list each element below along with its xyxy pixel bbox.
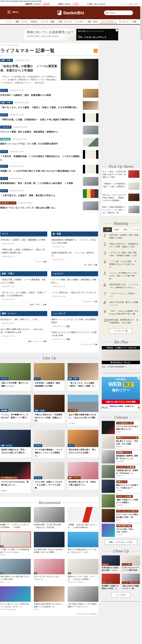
block-header[interactable]: ヘルスケア bbox=[51, 271, 98, 276]
column-title[interactable]: 銀座線誕生の裏事情…新橋駅「幻のホーム」が… bbox=[116, 454, 139, 460]
nav-item-column[interactable]: 連載・コラム bbox=[14, 20, 29, 23]
card-title[interactable]: 台風１５号大停電 電力マンの過酷ミッション bbox=[0, 380, 31, 391]
recommend-card-highlighted[interactable]: PR「PL脳」から脱却、中小企業経営者ほどファイナンスのセ…BizHint bbox=[0, 532, 31, 556]
recommend-title[interactable]: 対韓輸出規制 ＳＫ新工場も直撃 「生産止まる」不安を隠… bbox=[34, 522, 65, 529]
ad-info-icon[interactable]: i bbox=[137, 377, 140, 380]
article-title[interactable]: 首都圏ＪＲ、１２日の午前９時から午後１時ごろにかけて順次運転取りやめ bbox=[0, 169, 81, 173]
block-item-title[interactable]: 高山竹あかり 奈良・生駒で１２、１３日 bbox=[1, 318, 47, 321]
article-thumbnail[interactable] bbox=[83, 101, 98, 110]
card-title[interactable]: あおり運転の被害を減らすために…「あおられた側」の“体験… bbox=[68, 412, 98, 422]
recommend-card[interactable]: 昨年７月に実施法成立のＩＲ…それは「単なるカジノ」なの… bbox=[68, 532, 98, 556]
ranking-tab-social[interactable]: ソーシャル bbox=[130, 227, 138, 232]
breadcrumb-home[interactable]: トップ bbox=[0, 44, 6, 46]
card-badge[interactable]: 仕事・キャリア bbox=[0, 444, 13, 447]
recommend-title[interactable]: 理想のキャリアは「休日」でつくる。「土日の6コマ時間割」… bbox=[68, 574, 98, 581]
lineup-card[interactable]: ライフ毎日の食卓に果実の彩り 香りがもたらす小さな効用… bbox=[68, 430, 98, 458]
category-badge[interactable]: ライフ bbox=[0, 177, 8, 180]
card-title[interactable]: クルマにも片づけ方がある 家族が喜ぶモノだ… bbox=[0, 479, 31, 490]
block-item-title[interactable]: 日本古来の「山陰柴犬」復活 絶滅危機からの奇跡 bbox=[1, 238, 47, 241]
block-item-title[interactable]: アスベスト被害、国が上告断念 遅延損害金「診断時から」 bbox=[51, 278, 98, 284]
ranking-title[interactable]: ノーベル賞、うらやむ韓国 「不買運動するならスマホ捨てるべき… bbox=[109, 260, 138, 268]
ranking-item[interactable]: 5ベトナム、米中摩擦のチャンス生かせず 製造インフラ難で代替能… bbox=[103, 270, 139, 282]
lineup-card[interactable]: 教育・子育て「食べなくちゃ」からも解放 ２歳児に「給食とり放題」さ… bbox=[68, 363, 98, 391]
card-title[interactable]: 毎日の食卓に果実の彩り 香りがもたらす小さな効用… bbox=[68, 447, 98, 457]
scrollbar-up-arrow[interactable]: ▲ bbox=[140, 6, 142, 8]
ranking-title[interactable]: リチウムイオン電池 中国・韓国も参入、高性能化へ開発にしのぎ… bbox=[109, 251, 138, 257]
recommend-title[interactable]: 首都圏ＪＲ、１２日から１３日にかけ計画運休へ ４８時間… bbox=[0, 522, 31, 529]
closeup-card[interactable]: 経済インサイド楽天携帯、公約破りも強気の三木谷氏 い… bbox=[102, 574, 120, 590]
top-ad-banner[interactable]: 医師に向いている資産運用とは？ 資産運用や節税など有益な情報を毎日配信 医師に特… bbox=[24, 29, 118, 40]
block-item-title[interactable]: 手染めによるマーブル模様のイタリアンカーフが魅力を放つ財布 bbox=[51, 331, 98, 337]
ranking-item[interactable]: 7「エネファームミニ」の発売について bbox=[103, 290, 139, 299]
pickup-item[interactable]: ポイント還元、１日平均の還元額は８億９０００万円 決済額２０２億円 bbox=[102, 168, 140, 180]
article-title[interactable]: 東海道新幹線の「東京－名古屋」間、１２日始発から終日運休 ＪＲ東海 bbox=[0, 182, 81, 185]
card-title[interactable]: 秋の夜長に楽しむ一本 目利きが選ぶ逸品ボトル… bbox=[68, 479, 98, 490]
ranking-item[interactable]: 3リチウムイオン電池 中国・韓国も参入、高性能化へ開発にしのぎ… bbox=[103, 250, 139, 258]
category-badge[interactable]: ヘルスケア bbox=[0, 126, 12, 129]
card-title[interactable]: ベトナム、米中摩擦のチャンス生かせず 製造インフラ難で… bbox=[0, 412, 31, 422]
lineup-card[interactable]: サービス台風１５号大停電 電力マンの過酷ミッション bbox=[0, 363, 31, 391]
rss-icon[interactable] bbox=[94, 49, 98, 53]
nav-item-top[interactable]: トップ bbox=[4, 20, 13, 23]
block-item-title[interactable]: 「食べなくちゃ」からも解放 ２歳児に「給食とり放題」させる保育園の狙い bbox=[1, 291, 47, 297]
ranking-title[interactable]: 森裕子議員、質問通告遅れる？ 省庁深夜残業か 本人は否定 bbox=[109, 318, 138, 324]
column-item[interactable]: デキる男は住まいからクルマにも片づけ方がある 家族が喜ぶモノだ…香村薫 bbox=[102, 421, 140, 434]
closeup-title[interactable]: ご縁とは本当に不思議 ファストリ・柳… bbox=[122, 584, 140, 590]
block-item-title[interactable]: （１９）体幹を使い、代謝上げるプランクのポーズ bbox=[51, 291, 98, 294]
column-badge[interactable]: ビジネストラブル撃退道 bbox=[116, 466, 135, 468]
card-title[interactable]: データ分析の最前線へ ウェブ解析カンファレンスの現場から… bbox=[34, 447, 65, 458]
column-item[interactable]: 最強のコミュニケーション術誰も教えてくれない「自分の話」のさじ加減 …藤田尚弓 bbox=[102, 436, 140, 449]
block-item-title[interactable]: 金融庁の課徴金取り消し ファンドは「株取引せず」 bbox=[51, 251, 98, 257]
lineup-card[interactable]: 仕事・キャリア初対面で信頼される「所作」 できる人の話し方と聞き方… bbox=[0, 430, 31, 458]
column-item[interactable]: ＣＡのここだけの話♪“裏技”で空港ラウンジ利用 カードや搭乗ラ…笹川沙楓 bbox=[102, 494, 140, 508]
column-title[interactable]: クルマにも片づけ方がある 家族が喜ぶモノだ… bbox=[116, 425, 139, 430]
column-item[interactable]: ビジネストラブル撃退道台風直後の駅に列 災害時は「出社せねば」と…中川淳一郎 bbox=[102, 465, 140, 478]
block-item-title[interactable]: 「自由な学風」の影響か ノーベル賞受賞者、京都大から２年連続 bbox=[1, 278, 47, 284]
ranking-title[interactable]: ベトナム、米中摩擦のチャンス生かせず 製造インフラ難で代替能… bbox=[109, 272, 138, 280]
recommend-card[interactable]: 北が韓国に警告「焦土化する特別兵器実験」米ステルス機導… bbox=[34, 532, 65, 556]
card-title[interactable]: 「食べなくちゃ」からも解放 ２歳児に「給食とり放題」さ… bbox=[68, 380, 98, 391]
scrollbar-thumb[interactable] bbox=[140, 8, 142, 40]
ranking-item[interactable]: 2中国人に売却された「天皇家宿泊ホテル」の末路、老舗はどう読み… bbox=[103, 241, 139, 250]
lineup-card[interactable]: 趣味・レジャー秋の夜長に楽しむ一本 目利きが選ぶ逸品ボトル… bbox=[68, 462, 98, 493]
column-badge[interactable]: 鉄道業界インサイド bbox=[116, 451, 132, 454]
article-title[interactable]: アスベスト被害、国が上告断念 遅延損害金「診断時から」 bbox=[0, 130, 81, 134]
block-more-link[interactable]: 株・投資 一覧▶ bbox=[51, 262, 98, 268]
ranking-title[interactable]: 「エネファームミニ」の発売について bbox=[109, 292, 138, 298]
block-item-title[interactable]: 老後資産形成へ税制優遇でも「ｉＤｅＣｏ」が広まらない本当の理由 bbox=[51, 238, 98, 244]
ranking-title[interactable]: 日本古来の「山陰柴犬」復活 絶滅危機からの奇跡 bbox=[109, 234, 138, 239]
closeup-title[interactable]: 楽天携帯、公約破りも強気の三木谷氏 い… bbox=[102, 584, 120, 590]
card-badge[interactable]: 海外情勢 bbox=[0, 409, 8, 412]
article-thumbnail[interactable] bbox=[83, 202, 98, 210]
card-badge[interactable]: 教育・子育て bbox=[68, 378, 79, 380]
recommend-card[interactable]: PR理想のキャリアは「休日」でつくる。「土日の6コマ時間割」…SODATTE b… bbox=[68, 559, 98, 583]
column-badge[interactable]: 試乗スケッチ bbox=[116, 480, 127, 483]
column-item[interactable]: 鉄道業界インサイド銀座線誕生の裏事情…新橋駅「幻のホーム」が…枝久保達也 bbox=[102, 450, 140, 464]
ranking-title[interactable]: 「ＭＭＴ」をめぐる人間模様 叩かれるほど信者を増やす怪しい魅… bbox=[109, 310, 138, 315]
card-title[interactable]: 初対面で信頼される「所作」 できる人の話し方と聞き方… bbox=[0, 447, 31, 457]
block-more-link[interactable]: ヘルスケア 一覧▶ bbox=[51, 299, 98, 304]
column-badge[interactable]: 社長を目指す方程式 bbox=[116, 524, 132, 527]
ad-info-icon[interactable]: i bbox=[116, 29, 118, 31]
column-title[interactable]: グローバルリーダーの質は幼少期から育む 英… bbox=[116, 513, 139, 518]
recommend-title[interactable]: 非連続な成長を実現するための人・組織づくりの現在地 メル… bbox=[34, 602, 65, 608]
pickup-item[interactable]: 対話ＡＩ搭載の自動運転ＥＶコンセプト「ＬＱ」発表 トヨタ、新時代の「愛… bbox=[102, 204, 140, 216]
ranking-tab-1hour[interactable]: 1時間 bbox=[103, 227, 112, 232]
card-badge[interactable]: ライフ bbox=[68, 444, 74, 447]
category-badge[interactable]: 教育・子育て bbox=[0, 101, 13, 104]
ranking-title[interactable]: 河野大臣効果で人気 「ウッドウオッチ」は個性的で人にやさしい bbox=[109, 283, 138, 289]
nav-item-business[interactable]: ビジネス bbox=[74, 20, 85, 23]
recommend-title[interactable]: 子どもと遊ぶゲームが、世界の頂点へとつながる「eスポーツ」 bbox=[0, 602, 31, 608]
bizplus-link[interactable]: 富山・IoT活用で超先進都市へ bbox=[102, 364, 140, 370]
card-title[interactable]: ネスレ日本、試飲キットなどの「まとめ買い」サービスを試験… bbox=[34, 479, 65, 490]
column-item[interactable]: グローバルリーダーの育て方グローバルリーダーの質は幼少期から育む 英…龍芳乃 bbox=[102, 509, 140, 522]
card-badge[interactable]: ライフ bbox=[34, 378, 41, 380]
article-thumbnail[interactable] bbox=[83, 89, 98, 98]
header-search-input[interactable] bbox=[109, 12, 127, 14]
featured-image[interactable] bbox=[61, 59, 98, 80]
closeup-card[interactable]: ユニクロ・柳井氏が語るご縁とは本当に不思議 ファストリ・柳… bbox=[122, 574, 140, 590]
category-badge[interactable]: ライフ bbox=[0, 89, 8, 92]
card-title[interactable]: 中国人に売却された「天皇家宿泊ホテル」の末路、老舗はどう読… bbox=[34, 412, 65, 423]
article-thumbnail[interactable] bbox=[83, 165, 98, 174]
pickup-item[interactable]: 「情報銀行」に大手銀初参入 三菱ＵＦＪ信託、部署新設へ bbox=[102, 180, 140, 192]
